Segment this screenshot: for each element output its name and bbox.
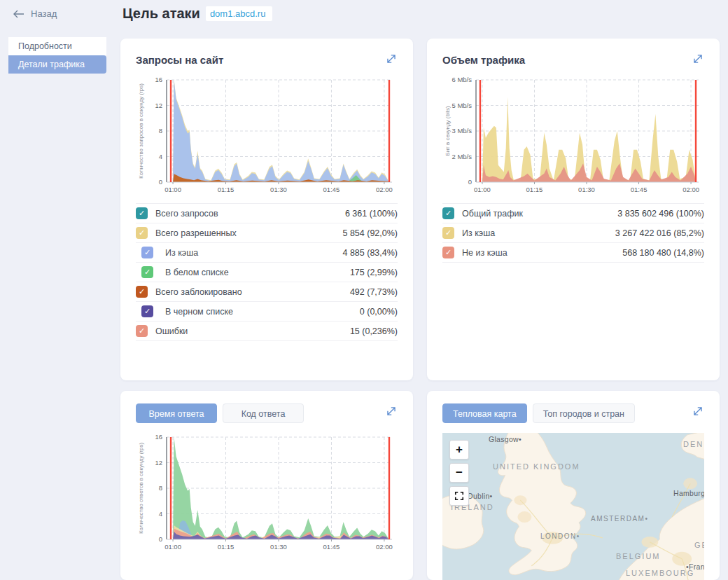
expand-icon[interactable] bbox=[692, 53, 704, 65]
legend-checkbox[interactable]: ✓ bbox=[141, 266, 153, 278]
sidebar-item-1[interactable]: Детали трафика bbox=[8, 55, 106, 74]
svg-text:2 Mb/s: 2 Mb/s bbox=[451, 153, 472, 160]
legend-checkbox[interactable]: ✓ bbox=[136, 286, 148, 298]
legend-label: В белом списке bbox=[165, 268, 229, 277]
tabs-map-tab-0[interactable]: Тепловая карта bbox=[442, 403, 527, 423]
svg-text:0: 0 bbox=[468, 178, 472, 186]
responses-chart: 048121601:0001:1501:3001:4502:00Количест… bbox=[136, 433, 398, 553]
svg-text:01:15: 01:15 bbox=[218, 543, 234, 551]
svg-text:01:00: 01:00 bbox=[164, 543, 181, 551]
svg-text:01:45: 01:45 bbox=[323, 543, 340, 551]
legend-label: Всего запросов bbox=[155, 209, 218, 219]
svg-text:16: 16 bbox=[155, 433, 162, 441]
traffic-legend: ✓Общий трафик3 835 602 496 (100%)✓Из кэш… bbox=[442, 203, 704, 263]
sidebar: ПодробностиДетали трафика bbox=[8, 37, 106, 74]
svg-text:01:00: 01:00 bbox=[474, 186, 491, 193]
legend-value: 5 854 (92,0%) bbox=[342, 228, 398, 238]
legend-value: 6 361 (100%) bbox=[345, 209, 398, 219]
sidebar-item-0[interactable]: Подробности bbox=[8, 37, 106, 55]
legend-label: Всего заблокировано bbox=[155, 287, 242, 297]
map-zoom-in-button[interactable]: + bbox=[449, 440, 469, 460]
expand-icon[interactable] bbox=[692, 405, 704, 417]
legend-row: ✓Всего запросов6 361 (100%) bbox=[136, 204, 398, 223]
svg-text:Количество ответов в секунду (: Количество ответов в секунду (rps) bbox=[138, 443, 144, 534]
responses-tabs: Время ответаКод ответа bbox=[136, 403, 304, 423]
requests-legend: ✓Всего запросов6 361 (100%)✓Всего разреш… bbox=[136, 203, 398, 341]
map-land bbox=[442, 433, 704, 580]
svg-text:6 Mb/s: 6 Mb/s bbox=[451, 76, 472, 83]
svg-text:0: 0 bbox=[159, 178, 162, 186]
expand-icon[interactable] bbox=[385, 53, 398, 65]
card-requests-title: Запросы на сайт bbox=[136, 51, 223, 66]
card-map: Тепловая картаТоп городов и стран Glasgo… bbox=[427, 391, 720, 580]
card-requests: Запросы на сайт 048121601:0001:1501:3001… bbox=[120, 39, 413, 380]
svg-text:01:45: 01:45 bbox=[631, 186, 648, 193]
map-fullscreen-button[interactable] bbox=[449, 486, 469, 506]
svg-text:16: 16 bbox=[155, 76, 162, 83]
legend-checkbox[interactable]: ✓ bbox=[136, 227, 148, 239]
svg-text:01:30: 01:30 bbox=[270, 186, 287, 193]
tabs-map-tab-1[interactable]: Топ городов и стран bbox=[533, 403, 635, 423]
svg-text:01:30: 01:30 bbox=[578, 186, 595, 193]
legend-label: Из кэша bbox=[165, 248, 198, 258]
legend-value: 3 835 602 496 (100%) bbox=[617, 209, 704, 219]
svg-text:Бит в секунду (bits): Бит в секунду (bits) bbox=[444, 106, 451, 156]
expand-icon[interactable] bbox=[385, 405, 398, 417]
svg-text:5 Mb/s: 5 Mb/s bbox=[451, 102, 472, 109]
svg-text:01:15: 01:15 bbox=[526, 186, 543, 193]
legend-row: ✓В белом списке175 (2,99%) bbox=[136, 263, 398, 282]
tabs-responses-tab-1[interactable]: Код ответа bbox=[223, 403, 304, 423]
legend-value: 568 180 480 (14,8%) bbox=[622, 248, 704, 258]
svg-text:3 Mb/s: 3 Mb/s bbox=[451, 127, 472, 134]
legend-value: 15 (0,236%) bbox=[350, 326, 398, 336]
legend-row: ✓Из кэша3 267 422 016 (85,2%) bbox=[442, 223, 704, 243]
page-title: Цель атаки dom1.abcd.ru bbox=[122, 6, 272, 22]
svg-text:02:00: 02:00 bbox=[682, 186, 699, 193]
legend-label: Общий трафик bbox=[462, 209, 523, 219]
back-arrow-icon bbox=[13, 9, 25, 19]
attack-target-domain[interactable]: dom1.abcd.ru bbox=[206, 6, 273, 21]
card-traffic-title: Объем трафика bbox=[442, 51, 525, 66]
legend-checkbox[interactable]: ✓ bbox=[442, 207, 454, 219]
legend-row: ✓Из кэша4 885 (83,4%) bbox=[136, 243, 398, 263]
legend-checkbox[interactable]: ✓ bbox=[136, 207, 148, 219]
svg-text:01:15: 01:15 bbox=[218, 186, 234, 193]
card-responses: Время ответаКод ответа 048121601:0001:15… bbox=[120, 391, 413, 580]
svg-text:0: 0 bbox=[159, 535, 162, 543]
legend-row: ✓Всего заблокировано492 (7,73%) bbox=[136, 282, 398, 302]
legend-value: 492 (7,73%) bbox=[350, 287, 398, 297]
legend-value: 0 (0,00%) bbox=[360, 307, 398, 317]
legend-value: 4 885 (83,4%) bbox=[342, 248, 398, 258]
legend-label: Не из кэша bbox=[462, 248, 507, 258]
legend-label: В черном списке bbox=[165, 307, 233, 317]
legend-row: ✓Общий трафик3 835 602 496 (100%) bbox=[442, 204, 704, 223]
legend-row: ✓Всего разрешенных5 854 (92,0%) bbox=[136, 223, 398, 243]
svg-text:12: 12 bbox=[155, 459, 162, 467]
legend-checkbox[interactable]: ✓ bbox=[136, 325, 148, 337]
map-controls: + − bbox=[449, 440, 469, 506]
map-tabs: Тепловая картаТоп городов и стран bbox=[442, 403, 635, 423]
svg-text:4: 4 bbox=[159, 153, 162, 160]
back-link[interactable]: Назад bbox=[13, 8, 57, 19]
legend-row: ✓В черном списке0 (0,00%) bbox=[136, 302, 398, 322]
svg-text:4: 4 bbox=[159, 510, 162, 518]
heatmap-map[interactable]: Glasgow•DENUNITED KINGDOMHamburgDublin•I… bbox=[442, 433, 704, 580]
legend-checkbox[interactable]: ✓ bbox=[141, 247, 153, 258]
svg-text:01:45: 01:45 bbox=[323, 186, 340, 193]
map-zoom-out-button[interactable]: − bbox=[449, 463, 469, 483]
legend-label: Всего разрешенных bbox=[155, 228, 237, 238]
legend-checkbox[interactable]: ✓ bbox=[442, 227, 454, 239]
legend-checkbox[interactable]: ✓ bbox=[141, 305, 153, 317]
legend-checkbox[interactable]: ✓ bbox=[442, 247, 454, 258]
legend-row: ✓Ошибки15 (0,236%) bbox=[136, 322, 398, 341]
legend-row: ✓Не из кэша568 180 480 (14,8%) bbox=[442, 243, 704, 263]
svg-text:8: 8 bbox=[159, 127, 162, 134]
svg-text:01:30: 01:30 bbox=[270, 543, 287, 551]
tabs-responses-tab-0[interactable]: Время ответа bbox=[136, 403, 217, 423]
svg-text:Количество запросов в секунду: Количество запросов в секунду (rps) bbox=[138, 83, 144, 179]
svg-text:12: 12 bbox=[155, 102, 162, 109]
requests-chart: 048121601:0001:1501:3001:4502:00Количест… bbox=[136, 76, 398, 196]
svg-text:02:00: 02:00 bbox=[376, 186, 393, 193]
traffic-chart: 02 Mb/s3 Mb/s5 Mb/s6 Mb/s01:0001:1501:30… bbox=[442, 76, 704, 196]
legend-label: Из кэша bbox=[462, 228, 495, 238]
